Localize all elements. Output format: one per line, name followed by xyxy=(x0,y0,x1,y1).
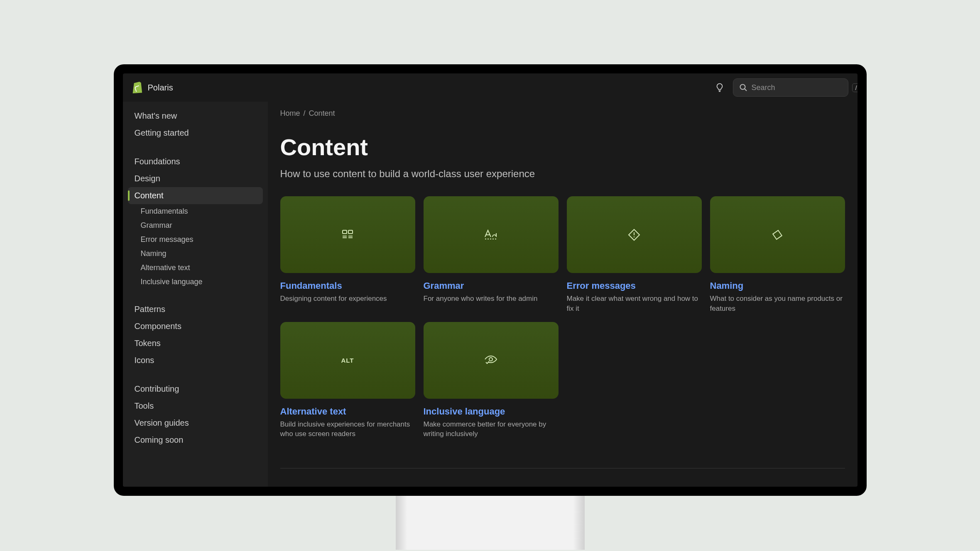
nav-coming-soon[interactable]: Coming soon xyxy=(128,432,263,449)
body: What's new Getting started Foundations D… xyxy=(123,102,858,487)
nav-fundamentals[interactable]: Fundamentals xyxy=(134,204,263,218)
eye-check-icon xyxy=(484,355,498,366)
search-shortcut: / xyxy=(852,83,858,92)
search-box[interactable]: / xyxy=(733,78,848,97)
nav-error-messages[interactable]: Error messages xyxy=(134,232,263,246)
card-fundamentals[interactable]: Fundamentals Designing content for exper… xyxy=(280,196,415,314)
nav-design[interactable]: Design xyxy=(128,170,263,187)
nav-getting-started[interactable]: Getting started xyxy=(128,124,263,141)
card-title: Grammar xyxy=(424,280,559,291)
main: Home / Content Content How to use conten… xyxy=(268,102,858,487)
card-thumb xyxy=(710,196,845,273)
tag-icon xyxy=(771,229,784,241)
card-title: Error messages xyxy=(567,280,702,291)
monitor-stand xyxy=(396,496,585,550)
breadcrumb: Home / Content xyxy=(280,109,845,118)
svg-point-0 xyxy=(740,85,745,90)
breadcrumb-sep: / xyxy=(304,109,306,118)
card-title: Alternative text xyxy=(280,406,415,417)
svg-rect-2 xyxy=(348,230,353,234)
card-title: Naming xyxy=(710,280,845,291)
nav-grammar[interactable]: Grammar xyxy=(134,218,263,232)
card-thumb xyxy=(280,196,415,273)
card-desc: Make it clear what went wrong and how to… xyxy=(567,294,702,314)
card-thumb xyxy=(424,322,559,399)
nav-tokens[interactable]: Tokens xyxy=(128,335,263,352)
card-alternative-text[interactable]: ALT Alternative text Build inclusive exp… xyxy=(280,322,415,439)
card-thumb xyxy=(424,196,559,273)
shopify-logo-icon xyxy=(132,82,143,93)
nav-content[interactable]: Content xyxy=(128,187,263,204)
search-input[interactable] xyxy=(752,83,848,92)
nav-inclusive-language[interactable]: Inclusive language xyxy=(134,275,263,289)
nav-foundations[interactable]: Foundations xyxy=(128,153,263,170)
brand-name: Polaris xyxy=(148,83,173,93)
alert-diamond-icon xyxy=(627,228,641,241)
nav-whats-new[interactable]: What's new xyxy=(128,107,263,124)
lightbulb-icon xyxy=(716,83,723,92)
nav-version-guides[interactable]: Version guides xyxy=(128,414,263,432)
breadcrumb-current: Content xyxy=(309,109,335,118)
nav-naming[interactable]: Naming xyxy=(134,246,263,261)
nav-alternative-text[interactable]: Alternative text xyxy=(134,261,263,275)
card-thumb xyxy=(567,196,702,273)
divider xyxy=(280,468,845,468)
grid-icon xyxy=(341,228,354,241)
page-subtitle: How to use content to build a world-clas… xyxy=(280,168,845,180)
alt-text-icon: ALT xyxy=(341,357,354,364)
nav-patterns[interactable]: Patterns xyxy=(128,301,263,318)
theme-toggle-button[interactable] xyxy=(712,80,727,95)
card-inclusive-language[interactable]: Inclusive language Make commerce better … xyxy=(424,322,559,439)
card-grammar[interactable]: Grammar For anyone who writes for the ad… xyxy=(424,196,559,314)
page-title: Content xyxy=(280,134,845,161)
card-desc: Make commerce better for everyone by wri… xyxy=(424,419,559,439)
nav-tools[interactable]: Tools xyxy=(128,397,263,414)
card-title: Inclusive language xyxy=(424,406,559,417)
app-window: Polaris / What's new xyxy=(123,73,858,487)
card-desc: Designing content for experiences xyxy=(280,294,415,304)
svg-point-4 xyxy=(489,358,492,361)
nav-icons[interactable]: Icons xyxy=(128,352,263,369)
search-icon xyxy=(739,83,747,92)
nav-content-children: Fundamentals Grammar Error messages Nami… xyxy=(128,204,263,289)
card-desc: What to consider as you name products or… xyxy=(710,294,845,314)
card-desc: For anyone who writes for the admin xyxy=(424,294,559,304)
card-desc: Build inclusive experiences for merchant… xyxy=(280,419,415,439)
sidebar: What's new Getting started Foundations D… xyxy=(123,102,268,487)
monitor-frame: Polaris / What's new xyxy=(114,64,867,496)
topbar: Polaris / xyxy=(123,73,858,102)
card-naming[interactable]: Naming What to consider as you name prod… xyxy=(710,196,845,314)
card-error-messages[interactable]: Error messages Make it clear what went w… xyxy=(567,196,702,314)
card-title: Fundamentals xyxy=(280,280,415,291)
nav-components[interactable]: Components xyxy=(128,318,263,335)
breadcrumb-home[interactable]: Home xyxy=(280,109,300,118)
card-thumb: ALT xyxy=(280,322,415,399)
card-grid: Fundamentals Designing content for exper… xyxy=(280,196,845,439)
svg-point-3 xyxy=(634,236,635,237)
nav-contributing[interactable]: Contributing xyxy=(128,380,263,397)
typography-icon xyxy=(484,229,498,241)
svg-rect-1 xyxy=(343,230,347,234)
brand[interactable]: Polaris xyxy=(132,82,173,93)
